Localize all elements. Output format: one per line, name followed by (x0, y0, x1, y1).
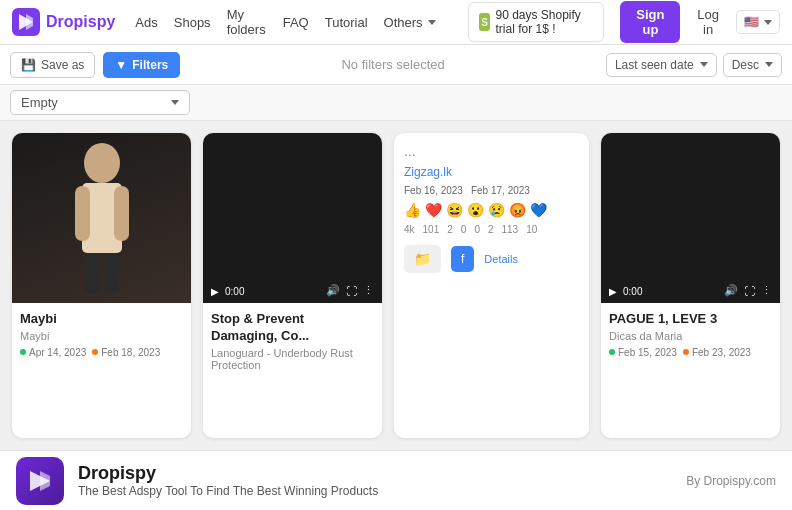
reaction-wow: 😮 (467, 202, 484, 218)
ad-title-maybi: Maybi (20, 311, 183, 328)
promo-subtitle: The Best Adspy Tool To Find The Best Win… (78, 484, 378, 498)
ad-subtitle-maybi: Maybi (20, 330, 183, 342)
save-icon: 💾 (21, 58, 36, 72)
end-date-maybi: Feb 18, 2023 (92, 347, 160, 358)
content-area: Maybi Maybi Apr 14, 2023 Feb 18, 2023 ▶ … (0, 121, 792, 450)
video-overlay-pague: ▶ 0:00 (609, 286, 642, 297)
video-controls-right: 🔊 ⛶ ⋮ (326, 284, 374, 297)
play-icon[interactable]: ▶ (211, 286, 219, 297)
reactions-row: 👍 ❤️ 😆 😮 😢 😡 💙 (404, 202, 579, 218)
reaction-haha: 😆 (446, 202, 463, 218)
shopify-icon: S (479, 13, 491, 31)
login-button[interactable]: Log in (696, 7, 720, 37)
play-icon-pague[interactable]: ▶ (609, 286, 617, 297)
nav-link-others: Others (384, 15, 423, 30)
filters-button[interactable]: ▼ Filters (103, 52, 180, 78)
expand-icon-pague[interactable]: ⛶ (744, 285, 755, 297)
filter-bar: 💾 Save as ▼ Filters No filters selected … (0, 45, 792, 85)
svg-rect-5 (75, 186, 90, 241)
signup-button[interactable]: Sign up (620, 1, 680, 43)
promo-text-area: Dropispy The Best Adspy Tool To Find The… (78, 463, 378, 498)
ad-card-video-lanoguard: ▶ 0:00 🔊 ⛶ ⋮ (203, 133, 382, 303)
reaction-heart: ❤️ (425, 202, 442, 218)
date-dot-orange (92, 349, 98, 355)
action-row: 📁 f Details (404, 245, 579, 273)
video-overlay: ▶ 0:00 (211, 286, 244, 297)
stats-date-start: Feb 16, 2023 (404, 185, 463, 196)
language-selector[interactable]: 🇺🇸 (736, 10, 780, 34)
stat-10: 10 (526, 224, 537, 235)
ad-card-body-lanoguard: Stop & Prevent Damaging, Co... Lanoguard… (203, 303, 382, 379)
expand-icon[interactable]: ⛶ (346, 285, 357, 297)
chevron-down-icon (428, 20, 436, 25)
menu-icon[interactable]: ⋮ (363, 284, 374, 297)
ad-title-pague: PAGUE 1, LEVE 3 (609, 311, 772, 328)
video-time-pague: 0:00 (623, 286, 642, 297)
ad-subtitle-pague: Dicas da Maria (609, 330, 772, 342)
ad-card-video-pague: ▶ 0:00 🔊 ⛶ ⋮ (601, 133, 780, 303)
video-controls-right-pague: 🔊 ⛶ ⋮ (724, 284, 772, 297)
flag-icon: 🇺🇸 (744, 15, 759, 29)
svg-marker-10 (40, 471, 50, 491)
svg-rect-6 (114, 186, 129, 241)
woman-silhouette (57, 138, 147, 298)
card-domain[interactable]: Zigzag.lk (404, 165, 579, 179)
dropdown-bar: Empty (0, 85, 792, 121)
reaction-like: 👍 (404, 202, 421, 218)
right-filter-area: Last seen date Desc (606, 53, 782, 77)
empty-dropdown[interactable]: Empty (10, 90, 190, 115)
nav-others-dropdown[interactable]: Others (384, 15, 436, 30)
nav-link-faq[interactable]: FAQ (283, 15, 309, 30)
no-filters-text: No filters selected (188, 57, 598, 72)
promo-title: Dropispy (78, 463, 378, 484)
svg-rect-7 (85, 253, 100, 293)
navbar: Dropispy Ads Shops My folders FAQ Tutori… (0, 0, 792, 45)
promo-right: By Dropispy.com (686, 474, 776, 488)
logo-area[interactable]: Dropispy (12, 8, 115, 36)
stats-numbers: 4k 101 2 0 0 2 113 10 (404, 224, 579, 235)
date-dot-orange-pague (683, 349, 689, 355)
save-as-button[interactable]: 💾 Save as (10, 52, 95, 78)
stat-113: 113 (502, 224, 519, 235)
sort-order-select[interactable]: Desc (723, 53, 782, 77)
stat-0b: 0 (474, 224, 480, 235)
filter-icon: ▼ (115, 58, 127, 72)
chevron-down-icon (765, 62, 773, 67)
menu-icon-pague[interactable]: ⋮ (761, 284, 772, 297)
nav-link-ads[interactable]: Ads (135, 15, 157, 30)
date-dot-green (20, 349, 26, 355)
volume-icon-pague[interactable]: 🔊 (724, 284, 738, 297)
details-button[interactable]: Details (484, 253, 518, 265)
ad-card-body-maybi: Maybi Maybi Apr 14, 2023 Feb 18, 2023 (12, 303, 191, 366)
ad-card-lanoguard: ▶ 0:00 🔊 ⛶ ⋮ Stop & Prevent Damaging, Co… (203, 133, 382, 438)
sort-select[interactable]: Last seen date (606, 53, 717, 77)
nav-link-tutorial[interactable]: Tutorial (325, 15, 368, 30)
facebook-button[interactable]: f (451, 246, 474, 272)
reaction-angry: 😡 (509, 202, 526, 218)
shopify-trial-button[interactable]: S 90 days Shopify trial for 1$ ! (468, 2, 605, 42)
nav-link-myfolders[interactable]: My folders (227, 7, 267, 37)
logo-text: Dropispy (46, 13, 115, 31)
start-date-maybi: Apr 14, 2023 (20, 347, 86, 358)
volume-icon[interactable]: 🔊 (326, 284, 340, 297)
nav-link-shops[interactable]: Shops (174, 15, 211, 30)
stat-4k: 4k (404, 224, 415, 235)
ad-card-image-maybi (12, 133, 191, 303)
ad-dates-maybi: Apr 14, 2023 Feb 18, 2023 (20, 347, 183, 358)
chevron-down-icon (700, 62, 708, 67)
stat-2b: 2 (488, 224, 494, 235)
promo-logo (16, 457, 64, 505)
stat-101: 101 (423, 224, 440, 235)
reaction-sad: 😢 (488, 202, 505, 218)
stats-dates: Feb 16, 2023 Feb 17, 2023 (404, 185, 579, 196)
ad-card-body-pague: PAGUE 1, LEVE 3 Dicas da Maria Feb 15, 2… (601, 303, 780, 366)
svg-rect-8 (104, 253, 119, 293)
ad-card-maybi: Maybi Maybi Apr 14, 2023 Feb 18, 2023 (12, 133, 191, 438)
end-date-pague: Feb 23, 2023 (683, 347, 751, 358)
stat-2a: 2 (447, 224, 453, 235)
folder-button[interactable]: 📁 (404, 245, 441, 273)
logo-icon (12, 8, 40, 36)
ad-title-lanoguard: Stop & Prevent Damaging, Co... (211, 311, 374, 345)
chevron-down-icon (764, 20, 772, 25)
chevron-down-icon (171, 100, 179, 105)
